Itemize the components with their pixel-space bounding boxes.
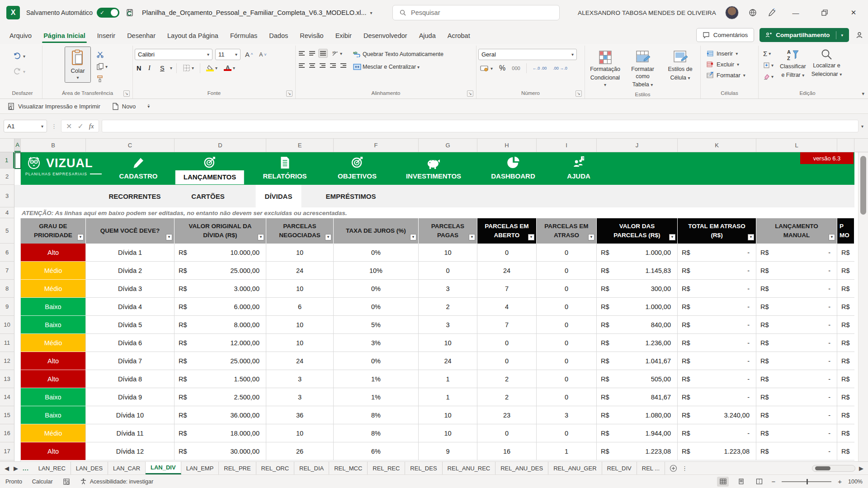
cell-late[interactable]: 0 xyxy=(537,388,597,406)
fill-button[interactable]: ▾ xyxy=(761,61,775,70)
cell-original-value[interactable]: R$8.000,00 xyxy=(175,316,266,334)
cell-manual-entry[interactable]: R$- xyxy=(756,442,837,460)
cell-late[interactable]: 0 xyxy=(537,244,597,262)
cell-installment-value[interactable]: R$1.236,00 xyxy=(597,334,678,352)
cell-installment-value[interactable]: R$841,67 xyxy=(597,388,678,406)
cell-creditor[interactable]: Dívida 9 xyxy=(86,388,175,406)
new-sheet-icon[interactable] xyxy=(670,465,677,472)
cell-clipped[interactable]: R$ xyxy=(837,244,854,262)
cell-open[interactable]: 2 xyxy=(477,388,537,406)
cell-creditor[interactable]: Dívida 4 xyxy=(86,298,175,316)
cell-priority[interactable]: Alto xyxy=(21,352,86,370)
column-header-d[interactable]: D xyxy=(175,139,266,152)
increase-decimal-button[interactable]: ←.0 .00 xyxy=(531,65,549,72)
cell-priority[interactable]: Alto xyxy=(21,370,86,388)
ribbon-tab-formulas[interactable]: Fórmulas xyxy=(224,28,263,44)
autosave-control[interactable]: Salvamento Automático ✓ xyxy=(26,8,119,18)
localizar-e-selecionar-button[interactable]: Localizar eSelecionar ▾ xyxy=(810,47,844,79)
sheet-tab-rel-div[interactable]: REL_DIV xyxy=(602,462,637,474)
table-header-parcelas-negociadas[interactable]: PARCELASNEGOCIADAS▼ xyxy=(266,218,334,244)
cell-late[interactable]: 0 xyxy=(537,280,597,298)
cell-open[interactable]: 4 xyxy=(477,298,537,316)
cell-paid[interactable]: 1 xyxy=(419,388,477,406)
cell-late[interactable]: 0 xyxy=(537,424,597,442)
cell-creditor[interactable]: Dívida 10 xyxy=(86,406,175,424)
orientation-button[interactable]: ab▾ xyxy=(330,48,344,58)
cell-clipped[interactable]: R$ xyxy=(837,334,854,352)
cell-interest[interactable]: 5% xyxy=(334,316,419,334)
subtab-dividas[interactable]: DÍVIDAS xyxy=(256,185,302,207)
cell-original-value[interactable]: R$12.000,00 xyxy=(175,334,266,352)
ribbon-tab-layout-da-pagina[interactable]: Layout da Página xyxy=(161,28,224,44)
column-header-f[interactable]: F xyxy=(334,139,419,152)
zoom-level[interactable]: 100% xyxy=(848,479,863,485)
cell-negotiated[interactable]: 10 xyxy=(266,280,334,298)
sheet-tab-lan-div[interactable]: LAN_DIV xyxy=(146,462,181,474)
accounting-format-button[interactable]: ▾ xyxy=(478,64,495,73)
cell-open[interactable]: 23 xyxy=(477,406,537,424)
cell-paid[interactable]: 1 xyxy=(419,370,477,388)
cell-late-total[interactable]: R$- xyxy=(678,244,756,262)
banner-nav-relatorios[interactable]: RELATÓRIOS xyxy=(256,152,313,185)
cell-original-value[interactable]: R$25.000,00 xyxy=(175,352,266,370)
row-header-12[interactable]: 12 xyxy=(0,352,14,370)
cell-installment-value[interactable]: R$1.080,00 xyxy=(597,406,678,424)
subtab-cartoes[interactable]: CARTÕES xyxy=(182,185,233,207)
cell-clipped[interactable]: R$ xyxy=(837,298,854,316)
cell-open[interactable]: 2 xyxy=(477,370,537,388)
cell-manual-entry[interactable]: R$- xyxy=(756,388,837,406)
column-header-b[interactable]: B xyxy=(21,139,86,152)
cell-installment-value[interactable]: R$1.145,83 xyxy=(597,262,678,280)
wrap-text-button[interactable]: ab Quebrar Texto Automaticamente xyxy=(351,49,445,59)
font-name-select[interactable]: Calibri▾ xyxy=(135,49,212,60)
cell-paid[interactable]: 2 xyxy=(419,298,477,316)
cell-negotiated[interactable]: 24 xyxy=(266,352,334,370)
table-header-taxa-de-juros-[interactable]: TAXA DE JUROS (%)▼ xyxy=(334,218,419,244)
cut-button[interactable] xyxy=(94,49,109,60)
sheet-tab-lan-emp[interactable]: LAN_EMP xyxy=(181,462,219,474)
align-top-icon[interactable] xyxy=(297,49,306,57)
row-header-6[interactable]: 6 xyxy=(0,244,14,262)
cell-interest[interactable]: 1% xyxy=(334,370,419,388)
filter-dropdown-icon[interactable]: ▼ xyxy=(669,234,675,240)
column-header-l[interactable]: L xyxy=(756,139,837,152)
cell-original-value[interactable]: R$10.000,00 xyxy=(175,244,266,262)
sheet-overflow-indicator[interactable]: ... xyxy=(23,465,29,472)
cell-open[interactable]: 24 xyxy=(477,262,537,280)
align-left-icon[interactable] xyxy=(297,61,306,70)
cell-late[interactable]: 0 xyxy=(537,334,597,352)
cell-interest[interactable]: 6% xyxy=(334,442,419,460)
formula-input[interactable] xyxy=(102,120,859,132)
cell-priority[interactable]: Médio xyxy=(21,424,86,442)
cell-negotiated[interactable]: 36 xyxy=(266,406,334,424)
cell-installment-value[interactable]: R$840,00 xyxy=(597,316,678,334)
cell-creditor[interactable]: Dívida 1 xyxy=(86,244,175,262)
borders-button[interactable]: ▾ xyxy=(181,63,196,73)
close-button[interactable]: ✕ xyxy=(844,3,863,22)
row-header-7[interactable]: 7 xyxy=(0,262,14,280)
inserir-button[interactable]: Inserir▾ xyxy=(705,49,739,58)
ribbon-tab-dados[interactable]: Dados xyxy=(263,28,294,44)
cell-clipped[interactable]: R$ xyxy=(837,442,854,460)
underline-button[interactable]: S xyxy=(158,63,167,73)
cell-open[interactable]: 0 xyxy=(477,352,537,370)
column-header-clipped[interactable] xyxy=(837,139,854,152)
cell-manual-entry[interactable]: R$- xyxy=(756,298,837,316)
accessibility-status[interactable]: Acessibilidade: investigar xyxy=(80,478,153,485)
cell-installment-value[interactable]: R$1.000,00 xyxy=(597,244,678,262)
cell-clipped[interactable]: R$ xyxy=(837,262,854,280)
new-document-button[interactable]: Novo xyxy=(112,103,136,110)
cell-negotiated[interactable]: 10 xyxy=(266,334,334,352)
cell-manual-entry[interactable]: R$- xyxy=(756,280,837,298)
print-preview-button[interactable]: Visualizar Impressão e Imprimir xyxy=(7,103,100,110)
cell-priority[interactable]: Baixo xyxy=(21,316,86,334)
cell-interest[interactable]: 8% xyxy=(334,406,419,424)
table-header-parcelas-em-atraso[interactable]: PARCELAS EMATRASO▼ xyxy=(537,218,597,244)
cell-original-value[interactable]: R$25.000,00 xyxy=(175,262,266,280)
autosave-toggle[interactable]: ✓ xyxy=(97,8,119,18)
name-box-handle[interactable]: ⋮ xyxy=(50,123,58,130)
filter-dropdown-icon[interactable]: ▼ xyxy=(77,234,84,240)
cell-late[interactable]: 1 xyxy=(537,442,597,460)
column-header-h[interactable]: H xyxy=(477,139,537,152)
name-box[interactable]: A1▾ xyxy=(4,120,47,132)
